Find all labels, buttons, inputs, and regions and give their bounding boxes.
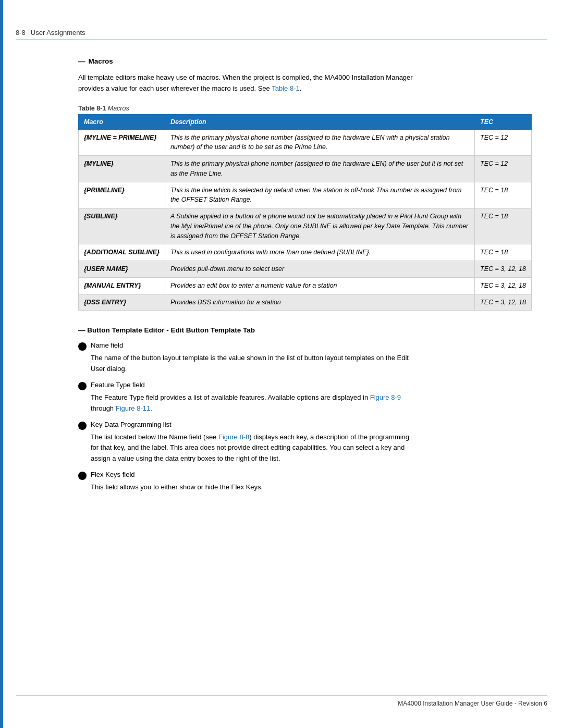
page-number: 8-8 [16,29,26,36]
intro-end: . [300,84,302,92]
button-template-heading-text: Button Template Editor - Edit Button Tem… [87,326,255,334]
table-caption-text: Macros [106,105,129,112]
main-content: — Macros All template editors make heavy… [78,57,532,499]
desc-cell: Provides pull-down menu to select user [165,261,474,278]
tec-cell: TEC = 18 [475,182,532,208]
bullet-dot-keydata [78,422,87,430]
button-template-section: — Button Template Editor - Edit Button T… [78,326,532,492]
intro-text: All template editors make heavy use of m… [78,73,413,92]
bullet-flex-keys: Flex Keys field [78,471,532,480]
tec-cell: TEC = 18 [475,244,532,261]
bullet-dot-flexkeys [78,472,87,480]
desc-cell: Provides DSS information for a station [165,294,474,311]
table-row: {USER NAME}Provides pull-down menu to se… [79,261,532,278]
desc-cell: This is the primary physical phone numbe… [165,156,474,182]
page-header: 8-8 User Assignments [16,29,547,40]
table-row: {SUBLINE}A Subline applied to a button o… [79,208,532,244]
bullet-desc-flexkeys: This field allows you to either show or … [91,482,414,493]
figure-8-11-link[interactable]: Figure 8-11 [116,404,150,412]
macro-table: Macro Description TEC {MYLINE = PRIMELIN… [78,114,532,311]
macro-cell: {PRIMELINE} [79,182,165,208]
table-row: {ADDITIONAL SUBLINE}This is used in conf… [79,244,532,261]
bullet-desc-name: The name of the button layout template i… [91,353,414,375]
bullet-dot-name [78,342,87,351]
macros-section: — Macros All template editors make heavy… [78,57,532,311]
header-title: User Assignments [31,29,85,36]
macro-cell: {SUBLINE} [79,208,165,244]
col-header-macro: Macro [79,114,165,129]
heading-dash: — [78,57,85,65]
macro-cell: {MYLINE = PRIMELINE} [79,129,165,156]
footer-text: MA4000 Installation Manager User Guide -… [398,700,547,707]
table-row: {DSS ENTRY}Provides DSS information for … [79,294,532,311]
bullet-label-feature: Feature Type field [91,381,145,389]
macro-cell: {MANUAL ENTRY} [79,277,165,294]
bullet-desc-keydata: The list located below the Name field (s… [91,432,414,464]
figure-8-9-link[interactable]: Figure 8-9 [370,393,401,401]
tec-cell: TEC = 12 [475,156,532,182]
macro-cell: {USER NAME} [79,261,165,278]
bullet-dot-feature [78,382,87,390]
tec-cell: TEC = 3, 12, 18 [475,261,532,278]
page-footer: MA4000 Installation Manager User Guide -… [16,695,547,707]
desc-cell: This is the line which is selected by de… [165,182,474,208]
macro-cell: {DSS ENTRY} [79,294,165,311]
bullet-label-flexkeys: Flex Keys field [91,471,135,478]
table-row: {MYLINE = PRIMELINE}This is the primary … [79,129,532,156]
table-row: {MANUAL ENTRY}Provides an edit box to en… [79,277,532,294]
figure-8-8-link[interactable]: Figure 8-8 [218,433,249,441]
tec-cell: TEC = 3, 12, 18 [475,294,532,311]
table-row: {MYLINE}This is the primary physical pho… [79,156,532,182]
bullet-label-keydata: Key Data Programming list [91,421,172,428]
desc-cell: This is used in configurations with more… [165,244,474,261]
table-row: {PRIMELINE}This is the line which is sel… [79,182,532,208]
col-header-tec: TEC [475,114,532,129]
intro-paragraph: All template editors make heavy use of m… [78,72,433,94]
bullet-desc-feature: The Feature Type field provides a list o… [91,392,414,414]
left-accent [0,0,3,728]
macro-cell: {ADDITIONAL SUBLINE} [79,244,165,261]
bullet-key-data: Key Data Programming list [78,421,532,430]
macro-cell: {MYLINE} [79,156,165,182]
heading-text: Macros [89,57,113,65]
button-template-heading: — Button Template Editor - Edit Button T… [78,326,532,334]
col-header-description: Description [165,114,474,129]
table-caption-bold: Table 8-1 [78,105,106,112]
macros-heading: — Macros [78,57,532,65]
bullet-label-name: Name field [91,341,123,349]
bullet-feature-type: Feature Type field [78,381,532,390]
desc-cell: Provides an edit box to enter a numeric … [165,277,474,294]
table-header-row: Macro Description TEC [79,114,532,129]
table-caption: Table 8-1 Macros [78,105,532,112]
page-container: 8-8 User Assignments — Macros All templa… [0,0,563,728]
tec-cell: TEC = 12 [475,129,532,156]
desc-cell: This is the primary physical phone numbe… [165,129,474,156]
table-link[interactable]: Table 8-1 [272,84,299,92]
desc-cell: A Subline applied to a button of a phone… [165,208,474,244]
tec-cell: TEC = 3, 12, 18 [475,277,532,294]
tec-cell: TEC = 18 [475,208,532,244]
bullet-name: Name field [78,341,532,351]
